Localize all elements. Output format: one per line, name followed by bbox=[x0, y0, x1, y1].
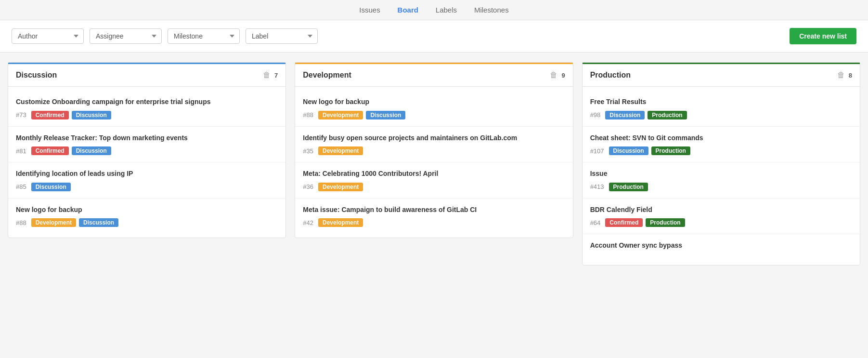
label-badge[interactable]: Development bbox=[31, 218, 76, 227]
issue-card[interactable]: Identifying location of leads using IP#8… bbox=[8, 162, 285, 199]
issue-number: #64 bbox=[590, 219, 601, 226]
issue-meta: #88DevelopmentDiscussion bbox=[303, 111, 565, 119]
label-badge[interactable]: Development bbox=[318, 183, 363, 191]
filter-bar: Author Assignee Milestone Label Create n… bbox=[0, 20, 868, 53]
issue-title: BDR Calendly Field bbox=[590, 205, 852, 215]
column-discussion: Discussion🗑7Customize Onboarding campaig… bbox=[8, 62, 286, 238]
issue-meta: #73ConfirmedDiscussion bbox=[16, 111, 278, 119]
issue-number: #413 bbox=[590, 183, 604, 190]
issue-card[interactable]: Customize Onboarding campaign for enterp… bbox=[8, 91, 285, 127]
column-header-discussion: Discussion🗑7 bbox=[8, 63, 285, 87]
issue-title: Customize Onboarding campaign for enterp… bbox=[16, 97, 278, 107]
label-filter[interactable]: Label bbox=[246, 28, 318, 44]
issue-meta: #413Production bbox=[590, 183, 852, 191]
issue-number: #81 bbox=[16, 147, 26, 155]
column-actions-production: 🗑8 bbox=[837, 71, 852, 80]
column-body-development: New logo for backup#88DevelopmentDiscuss… bbox=[295, 87, 572, 238]
issue-title: Identifying location of leads using IP bbox=[16, 169, 278, 179]
issue-title: Issue bbox=[590, 169, 852, 179]
issue-title: Meta: Celebrating 1000 Contributors! Apr… bbox=[303, 169, 565, 179]
column-development: Development🗑9New logo for backup#88Devel… bbox=[295, 62, 573, 238]
issue-meta: #81ConfirmedDiscussion bbox=[16, 146, 278, 155]
label-badge[interactable]: Discussion bbox=[72, 111, 111, 119]
issue-number: #42 bbox=[303, 219, 313, 226]
issue-title: Identify busy open source projects and m… bbox=[303, 133, 565, 143]
issue-card[interactable]: Identify busy open source projects and m… bbox=[295, 127, 572, 163]
label-badge[interactable]: Development bbox=[318, 218, 363, 227]
column-title-discussion: Discussion bbox=[16, 71, 263, 80]
column-body-discussion: Customize Onboarding campaign for enterp… bbox=[8, 87, 285, 238]
column-actions-discussion: 🗑7 bbox=[263, 71, 278, 80]
issue-title: Cheat sheet: SVN to Git commands bbox=[590, 133, 852, 143]
issue-meta: #64ConfirmedProduction bbox=[590, 218, 852, 227]
issue-number: #107 bbox=[590, 147, 604, 155]
label-badge[interactable]: Discussion bbox=[605, 111, 645, 119]
column-count-discussion: 7 bbox=[274, 72, 278, 79]
issue-title: Monthly Release Tracker: Top down market… bbox=[16, 133, 278, 143]
trash-icon-production[interactable]: 🗑 bbox=[837, 71, 845, 80]
label-badge[interactable]: Confirmed bbox=[31, 146, 69, 155]
create-new-list-button[interactable]: Create new list bbox=[790, 28, 856, 44]
issue-card[interactable]: Account Owner sync bypass bbox=[583, 234, 860, 261]
issue-meta: #88DevelopmentDiscussion bbox=[16, 218, 278, 227]
label-badge[interactable]: Discussion bbox=[31, 183, 71, 191]
milestone-filter[interactable]: Milestone bbox=[168, 28, 240, 44]
issue-card[interactable]: BDR Calendly Field#64ConfirmedProduction bbox=[583, 199, 860, 235]
issue-card[interactable]: Free Trial Results#98DiscussionProductio… bbox=[583, 91, 860, 127]
issue-card[interactable]: Meta issue: Campaign to build awareness … bbox=[295, 199, 572, 234]
label-badge[interactable]: Production bbox=[648, 111, 687, 119]
author-filter[interactable]: Author bbox=[12, 28, 84, 44]
issue-card[interactable]: Meta: Celebrating 1000 Contributors! Apr… bbox=[295, 162, 572, 199]
issue-card[interactable]: Monthly Release Tracker: Top down market… bbox=[8, 127, 285, 163]
issue-number: #36 bbox=[303, 183, 313, 190]
issue-number: #35 bbox=[303, 147, 313, 155]
issue-meta: #85Discussion bbox=[16, 183, 278, 191]
trash-icon-discussion[interactable]: 🗑 bbox=[263, 71, 271, 80]
label-badge[interactable]: Confirmed bbox=[605, 218, 643, 227]
label-badge[interactable]: Discussion bbox=[72, 146, 111, 155]
column-header-production: Production🗑8 bbox=[583, 63, 860, 87]
board: Discussion🗑7Customize Onboarding campaig… bbox=[0, 53, 868, 353]
label-badge[interactable]: Development bbox=[318, 111, 363, 119]
issue-number: #88 bbox=[16, 219, 26, 226]
issue-meta: #107DiscussionProduction bbox=[590, 146, 852, 155]
label-badge[interactable]: Discussion bbox=[609, 146, 648, 155]
assignee-filter[interactable]: Assignee bbox=[90, 28, 162, 44]
column-title-production: Production bbox=[590, 71, 837, 80]
issue-card[interactable]: Cheat sheet: SVN to Git commands#107Disc… bbox=[583, 127, 860, 163]
label-badge[interactable]: Production bbox=[609, 183, 648, 191]
label-badge[interactable]: Production bbox=[651, 146, 690, 155]
label-badge[interactable]: Discussion bbox=[366, 111, 405, 119]
issue-card[interactable]: Issue#413Production bbox=[583, 162, 860, 199]
column-title-development: Development bbox=[303, 71, 550, 80]
issue-title: New logo for backup bbox=[303, 97, 565, 107]
label-badge[interactable]: Development bbox=[318, 146, 363, 155]
issue-meta: #35Development bbox=[303, 146, 565, 155]
column-body-production: Free Trial Results#98DiscussionProductio… bbox=[583, 87, 860, 265]
column-count-production: 8 bbox=[849, 72, 852, 79]
column-count-development: 9 bbox=[561, 72, 565, 79]
label-badge[interactable]: Discussion bbox=[79, 218, 118, 227]
issue-number: #98 bbox=[590, 111, 601, 119]
column-production: Production🗑8Free Trial Results#98Discuss… bbox=[582, 62, 860, 265]
issue-title: New logo for backup bbox=[16, 205, 278, 215]
issue-card[interactable]: New logo for backup#88DevelopmentDiscuss… bbox=[8, 199, 285, 234]
label-badge[interactable]: Confirmed bbox=[31, 111, 69, 119]
issue-card[interactable]: New logo for backup#88DevelopmentDiscuss… bbox=[295, 91, 572, 127]
issue-meta: #36Development bbox=[303, 183, 565, 191]
issue-meta: #42Development bbox=[303, 218, 565, 227]
nav-milestones[interactable]: Milestones bbox=[474, 6, 509, 14]
column-actions-development: 🗑9 bbox=[550, 71, 565, 80]
top-nav: Issues Board Labels Milestones bbox=[0, 0, 868, 20]
column-header-development: Development🗑9 bbox=[295, 63, 572, 87]
trash-icon-development[interactable]: 🗑 bbox=[550, 71, 557, 80]
nav-labels[interactable]: Labels bbox=[436, 6, 457, 14]
nav-board[interactable]: Board bbox=[398, 6, 418, 14]
label-badge[interactable]: Production bbox=[646, 218, 685, 227]
issue-meta: #98DiscussionProduction bbox=[590, 111, 852, 119]
issue-title: Meta issue: Campaign to build awareness … bbox=[303, 205, 565, 215]
issue-number: #73 bbox=[16, 111, 26, 119]
issue-number: #88 bbox=[303, 111, 313, 119]
issue-number: #85 bbox=[16, 183, 26, 190]
nav-issues[interactable]: Issues bbox=[359, 6, 380, 14]
